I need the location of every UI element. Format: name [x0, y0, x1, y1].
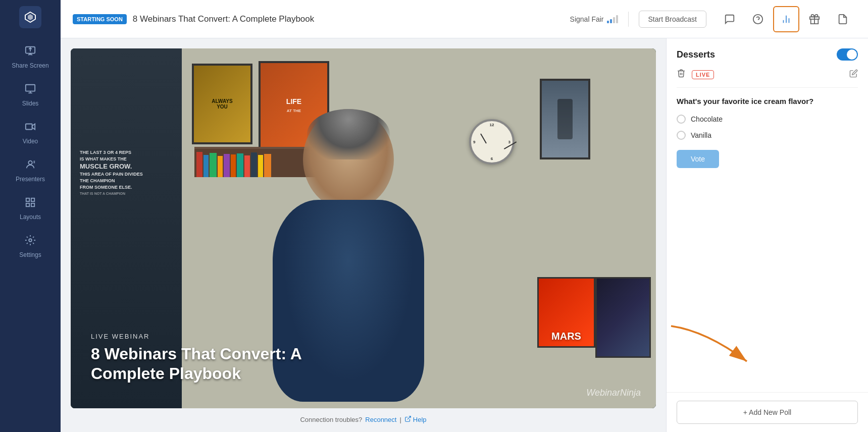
topbar-divider	[628, 12, 629, 27]
video-area: THE LAST 3 OR 4 REPSIS WHAT MAKES THEMUS…	[61, 38, 666, 432]
offer-icon-button[interactable]	[801, 6, 828, 32]
sidebar-item-settings[interactable]: Settings	[0, 228, 61, 265]
start-broadcast-button[interactable]: Start Broadcast	[639, 11, 707, 28]
sidebar-item-layouts[interactable]: Layouts	[0, 190, 61, 228]
reconnect-link[interactable]: Reconnect	[365, 416, 396, 423]
footer-divider: |	[399, 416, 401, 423]
svg-rect-16	[31, 203, 34, 206]
help-link[interactable]: Help	[404, 415, 427, 424]
sidebar-item-video[interactable]: Video	[0, 114, 61, 152]
connection-text: Connection troubles?	[300, 416, 362, 423]
chat-icon-button[interactable]	[717, 6, 743, 32]
app-logo	[19, 6, 41, 28]
sidebar-label-layouts: Layouts	[20, 213, 41, 221]
slides-icon	[25, 83, 36, 97]
sidebar: Share Screen Slides Video Presenters	[0, 0, 61, 432]
topbar: STARTING SOON 8 Webinars That Convert: A…	[61, 0, 868, 38]
video-overlay: LIVE WEBINAR 8 Webinars That Convert: A …	[91, 333, 333, 383]
settings-icon	[25, 235, 36, 248]
webinar-title: 8 Webinars That Convert: A Complete Play…	[133, 14, 314, 24]
handout-icon-button[interactable]	[830, 6, 856, 32]
sidebar-label-share-screen: Share Screen	[12, 62, 48, 69]
main-area: STARTING SOON 8 Webinars That Convert: A…	[61, 0, 868, 432]
share-screen-icon	[25, 45, 36, 59]
radio-vanilla[interactable]	[677, 131, 686, 140]
right-panel: Desserts LIVE	[666, 38, 868, 432]
help-text: Help	[413, 416, 427, 423]
sidebar-label-video: Video	[23, 138, 38, 145]
svg-rect-15	[26, 203, 29, 206]
sidebar-label-presenters: Presenters	[16, 176, 45, 183]
add-poll-button[interactable]: + Add New Poll	[677, 401, 858, 424]
option-label-chocolate: Chocolate	[691, 115, 723, 123]
video-frame: THE LAST 3 OR 4 REPSIS WHAT MAKES THEMUS…	[71, 48, 656, 408]
svg-point-17	[29, 239, 32, 242]
question-icon-button[interactable]	[745, 6, 771, 32]
option-label-vanilla: Vanilla	[691, 131, 711, 139]
radio-chocolate[interactable]	[677, 115, 686, 124]
svg-marker-1	[28, 14, 33, 20]
poll-header: Desserts	[677, 48, 858, 61]
video-background: THE LAST 3 OR 4 REPSIS WHAT MAKES THEMUS…	[71, 48, 656, 408]
svg-rect-8	[26, 124, 32, 130]
poll-actions: LIVE	[677, 69, 858, 88]
video-label: LIVE WEBINAR	[91, 333, 333, 340]
polls-icon-button[interactable]	[773, 6, 799, 32]
help-icon	[404, 415, 412, 424]
video-footer: Connection troubles? Reconnect | Help	[71, 415, 656, 424]
video-title: 8 Webinars That Convert: A Complete Play…	[91, 344, 333, 383]
sidebar-label-settings: Settings	[19, 251, 41, 258]
poll-question: What's your favorite ice cream flavor?	[677, 97, 858, 105]
video-icon	[25, 121, 36, 135]
sidebar-item-share-screen[interactable]: Share Screen	[0, 38, 61, 76]
svg-rect-5	[26, 85, 35, 91]
vote-button[interactable]: Vote	[677, 150, 719, 168]
svg-rect-14	[31, 198, 34, 201]
layouts-icon	[25, 197, 36, 210]
poll-option-chocolate: Chocolate	[677, 115, 858, 124]
sidebar-label-slides: Slides	[22, 100, 39, 107]
signal-label: Signal Fair	[570, 15, 604, 23]
poll-option-vanilla: Vanilla	[677, 131, 858, 140]
toolbar-icons	[717, 6, 856, 32]
edit-icon[interactable]	[849, 69, 858, 80]
status-badge: STARTING SOON	[73, 14, 127, 24]
sidebar-item-slides[interactable]: Slides	[0, 76, 61, 114]
content-area: THE LAST 3 OR 4 REPSIS WHAT MAKES THEMUS…	[61, 38, 868, 432]
signal-area: Signal Fair	[570, 15, 618, 23]
svg-point-10	[28, 161, 32, 165]
live-badge: LIVE	[692, 70, 714, 79]
video-brand: WebinarNinja	[586, 388, 641, 398]
poll-toggle[interactable]	[837, 48, 858, 61]
svg-line-25	[407, 416, 411, 419]
svg-rect-13	[26, 198, 29, 201]
poll-name: Desserts	[677, 49, 715, 60]
panel-footer: + Add New Poll	[667, 392, 868, 432]
delete-icon[interactable]	[677, 69, 686, 80]
signal-bars-icon	[607, 15, 618, 23]
panel-content: Desserts LIVE	[667, 38, 868, 392]
sidebar-item-presenters[interactable]: Presenters	[0, 152, 61, 190]
presenters-icon	[25, 159, 36, 173]
